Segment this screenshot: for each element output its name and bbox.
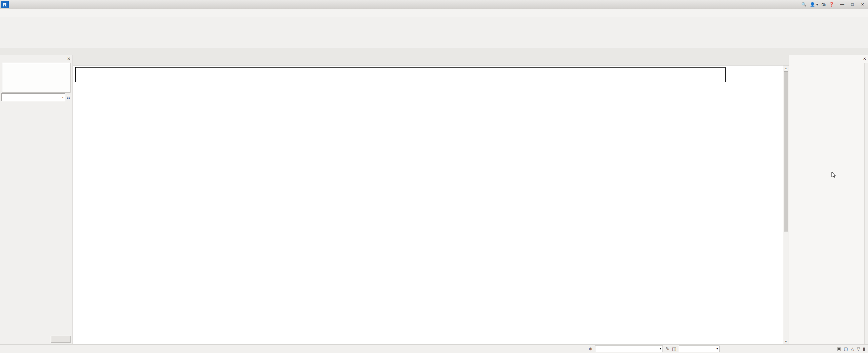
- scroll-up-icon[interactable]: ▲: [783, 66, 789, 71]
- press-drag-icon[interactable]: ▢: [844, 346, 848, 351]
- ribbon-tab-bar: [0, 9, 868, 17]
- title-bar: R 🔍 👤 ▾ 🛍 ❓ — □ ✕: [0, 0, 868, 9]
- edit-type-icon: ☷: [66, 95, 70, 100]
- view-tab-bar: [73, 55, 789, 66]
- help-icon[interactable]: ❓: [829, 2, 834, 7]
- schedule-view: ▲ ▼: [73, 55, 789, 344]
- exclude-options-icon[interactable]: ▣: [837, 346, 841, 351]
- properties-panel: ✕ ▾ ☷: [0, 55, 73, 344]
- mode-bar: [0, 48, 868, 55]
- mouse-cursor: [831, 171, 837, 179]
- schedule-title: [75, 67, 726, 82]
- project-browser-scrollbar[interactable]: [864, 63, 868, 344]
- editable-only-icon[interactable]: ✎: [666, 346, 669, 351]
- revit-logo[interactable]: R: [1, 1, 9, 8]
- schedule-canvas[interactable]: [73, 66, 783, 344]
- maximize-button[interactable]: □: [848, 1, 857, 8]
- type-preview-box: [2, 63, 71, 93]
- properties-close-icon[interactable]: ✕: [67, 56, 71, 61]
- project-browser: ✕: [789, 55, 868, 344]
- design-options-combo[interactable]: ▾: [679, 346, 719, 352]
- app-store-icon[interactable]: 🛍: [822, 2, 826, 7]
- edit-type-button[interactable]: ☷: [66, 95, 71, 100]
- sign-in-button[interactable]: 👤 ▾: [810, 2, 818, 7]
- revit-window: R 🔍 👤 ▾ 🛍 ❓ — □ ✕ ✕ ▾: [0, 0, 868, 353]
- close-button[interactable]: ✕: [858, 1, 867, 8]
- schedule-vertical-scrollbar[interactable]: ▲ ▼: [783, 66, 789, 344]
- reveal-constraints-icon[interactable]: △: [851, 346, 854, 351]
- design-options-icon[interactable]: ◫: [672, 346, 676, 351]
- selection-filter-icon[interactable]: ▽: [857, 346, 860, 351]
- scrollbar-thumb[interactable]: [784, 71, 788, 231]
- type-selector-dropdown[interactable]: ▾: [1, 93, 65, 101]
- project-browser-close-icon[interactable]: ✕: [863, 56, 866, 61]
- ribbon: [0, 17, 868, 48]
- search-icon[interactable]: 🔍: [802, 2, 807, 7]
- status-bar: ⊕ ▾ ✎ ◫ ▾ ▣ ▢ △ ▽ ▮: [0, 344, 868, 353]
- worksets-icon[interactable]: ⊕: [589, 346, 592, 351]
- scroll-down-icon[interactable]: ▼: [783, 339, 789, 344]
- selection-count-icon[interactable]: ▮: [863, 346, 865, 351]
- apply-button[interactable]: [51, 336, 71, 343]
- minimize-button[interactable]: —: [837, 1, 847, 8]
- active-workset-combo[interactable]: ▾: [595, 346, 663, 352]
